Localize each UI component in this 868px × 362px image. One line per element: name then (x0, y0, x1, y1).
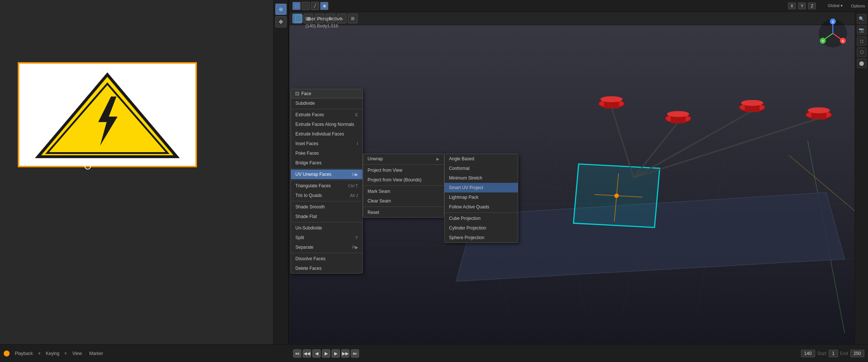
scene-side-button[interactable]: 📷 (857, 25, 867, 35)
frame-fwd-button[interactable]: ▶ (332, 349, 340, 358)
follow-active-quads-item[interactable]: Follow Active Quads (445, 202, 518, 212)
viewport-mode-icon (295, 15, 302, 22)
face-menu-header: Face (291, 89, 362, 98)
search-side-button[interactable]: 🔍 (857, 14, 867, 24)
reset-uv-item[interactable]: Reset (363, 208, 444, 217)
minimum-stretch-item[interactable]: Minimum Stretch (445, 173, 518, 183)
sphere-projection-item[interactable]: Sphere Projection (445, 233, 518, 242)
project-from-view-bounds-item[interactable]: Project from View (Bounds) (363, 175, 444, 185)
svg-point-20 (667, 111, 689, 117)
extrude-along-normals-item[interactable]: Extrude Faces Along Normals (291, 120, 362, 129)
cube-projection-item[interactable]: Cube Projection (445, 214, 518, 223)
un-subdivide-item[interactable]: Un-Subdivide (291, 223, 362, 233)
poke-faces-item[interactable]: Poke Faces (291, 148, 362, 158)
global-transform-button[interactable]: Global ▾ (828, 3, 843, 8)
shade-smooth-item[interactable]: Shade Smooth (291, 202, 362, 212)
frame-info: 140 Start 1 End 250 (801, 350, 864, 357)
split-item[interactable]: Split Y (291, 233, 362, 242)
right-side-panel: 🔍 📷 ◻ ⬡ ⬤ (855, 12, 868, 344)
keying-menu[interactable]: Keying (44, 350, 62, 357)
object-side-button[interactable]: ◻ (857, 36, 867, 46)
marker-menu[interactable]: Marker (87, 350, 105, 357)
x-coord-button[interactable]: X (788, 3, 796, 9)
uv-editor-panel: ⊕ ✥ Playback ▾ Keying ▾ View Marker (0, 0, 289, 362)
svg-point-26 (741, 100, 763, 106)
playback-controls: ⏮ ◀◀ ◀ ▶ ▶ ▶▶ ⏭ (293, 349, 359, 358)
subdivide-item[interactable]: Subdivide (291, 98, 362, 108)
separator-u2 (363, 185, 444, 186)
start-label: Start (817, 351, 827, 356)
step-fwd-button[interactable]: ▶▶ (341, 349, 349, 358)
svg-point-29 (808, 107, 830, 113)
jump-end-button[interactable]: ⏭ (351, 349, 359, 358)
uv-toolbar: ⊕ ✥ (273, 0, 288, 362)
perspective-label: User Perspective (305, 16, 342, 21)
face-menu-title: Face (301, 91, 311, 96)
transform-3d-button[interactable]: ⊞ (348, 14, 358, 23)
mesh-side-button[interactable]: ⬡ (857, 47, 867, 57)
material-side-button[interactable]: ⬤ (857, 58, 867, 68)
separator-3 (291, 180, 362, 180)
project-from-view-item[interactable]: Project from View (363, 165, 444, 175)
uv-cursor (84, 163, 91, 170)
current-frame-value[interactable]: 140 (801, 350, 815, 357)
mesh-mode-button[interactable]: ⬚ (292, 2, 301, 10)
dissolve-faces-item[interactable]: Dissolve Faces (291, 254, 362, 264)
separate-item[interactable]: Separate P▶ (291, 242, 362, 252)
y-coord-button[interactable]: Y (798, 3, 806, 9)
face-context-menu: Face Subdivide Extrude Faces E Extrude F… (291, 89, 363, 274)
left-timeline: Playback ▾ Keying ▾ View Marker (0, 344, 289, 362)
play-button[interactable]: ▶ (322, 349, 330, 358)
object-label: (140) Body1.016 (295, 23, 342, 29)
separator-u1 (363, 164, 444, 165)
z-coord-button[interactable]: Z (808, 3, 816, 9)
cylinder-projection-item[interactable]: Cylinder Projection (445, 223, 518, 233)
svg-text:X: X (842, 39, 844, 43)
separator-4 (291, 201, 362, 201)
jump-start-button[interactable]: ⏮ (293, 349, 301, 358)
scene-icon (4, 351, 10, 356)
inset-faces-item[interactable]: Inset Faces I (291, 139, 362, 148)
svg-point-23 (600, 96, 623, 102)
extrude-individual-item[interactable]: Extrude Individual Faces (291, 129, 362, 139)
lightmap-pack-item[interactable]: Lightmap Pack (445, 192, 518, 202)
clear-seam-item[interactable]: Clear Seam (363, 196, 444, 206)
edge-mode-button[interactable]: ╱ (311, 2, 319, 10)
mode-icons: ⬚ · ╱ ▣ (292, 2, 328, 10)
playback-menu[interactable]: Playback (13, 350, 35, 357)
triangulate-faces-item[interactable]: Triangulate Faces Ctrl T (291, 181, 362, 191)
tris-to-quads-item[interactable]: Tris to Quads Alt J (291, 191, 362, 200)
uv-unwrap-faces-item[interactable]: UV Unwrap Faces U▶ (291, 170, 362, 179)
uv-canvas[interactable] (19, 63, 196, 167)
shade-flat-item[interactable]: Shade Flat (291, 212, 362, 221)
svg-text:Y: Y (822, 39, 824, 43)
view-menu[interactable]: View (70, 350, 84, 357)
options-button[interactable]: Options (851, 4, 865, 8)
grab-tool-button[interactable]: ✥ (275, 16, 286, 27)
axis-gizmo[interactable]: Z X Y (818, 19, 848, 48)
start-frame-value[interactable]: 1 (829, 350, 838, 357)
bridge-faces-item[interactable]: Bridge Faces (291, 158, 362, 168)
end-frame-value[interactable]: 250 (850, 350, 864, 357)
separator-1 (291, 109, 362, 109)
separator-5 (291, 222, 362, 222)
delete-faces-item[interactable]: Delete Faces (291, 264, 362, 273)
step-back-button[interactable]: ◀◀ (303, 349, 311, 358)
viewport-header: ⬚ · ╱ ▣ X Y Z Global ▾ Options (289, 0, 868, 12)
smart-uv-project-item[interactable]: Smart UV Project (445, 183, 518, 192)
conformal-item[interactable]: Conformal (445, 164, 518, 173)
frame-back-button[interactable]: ◀ (312, 349, 321, 358)
separator-u3 (363, 207, 444, 207)
face-mode-button[interactable]: ▣ (320, 2, 328, 10)
unwrap-item[interactable]: Unwrap ▶ (363, 154, 444, 164)
separator-2 (291, 168, 362, 169)
unwrap-submenu: Unwrap ▶ Project from View Project from … (363, 154, 444, 218)
separator-6 (291, 253, 362, 253)
extrude-faces-item[interactable]: Extrude Faces E (291, 110, 362, 120)
vert-mode-button[interactable]: · (302, 2, 310, 10)
separator-opt1 (445, 212, 518, 213)
angle-based-item[interactable]: Angle Based (445, 154, 518, 164)
mark-seam-item[interactable]: Mark Seam (363, 187, 444, 196)
cursor-tool-button[interactable]: ⊕ (275, 4, 286, 15)
viewport-toolbar: ⊕ ▦ ⤢ ↻ ⤡ ⊞ (289, 12, 855, 25)
